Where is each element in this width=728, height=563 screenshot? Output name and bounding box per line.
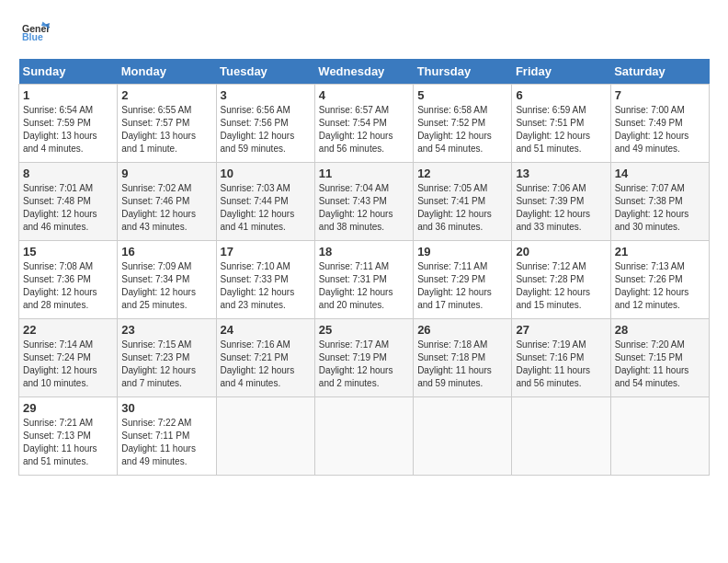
day-number: 26 bbox=[417, 323, 507, 337]
calendar-day-cell: 2Sunrise: 6:55 AMSunset: 7:57 PMDaylight… bbox=[118, 85, 216, 163]
page-header: General Blue bbox=[18, 18, 710, 50]
logo: General Blue bbox=[18, 18, 50, 50]
day-info: Sunrise: 6:59 AMSunset: 7:51 PMDaylight:… bbox=[516, 104, 606, 155]
calendar-day-cell: 12Sunrise: 7:05 AMSunset: 7:41 PMDayligh… bbox=[414, 163, 512, 241]
calendar-day-cell: 9Sunrise: 7:02 AMSunset: 7:46 PMDaylight… bbox=[118, 163, 216, 241]
day-info: Sunrise: 7:07 AMSunset: 7:38 PMDaylight:… bbox=[615, 182, 705, 234]
calendar-week-row: 15Sunrise: 7:08 AMSunset: 7:36 PMDayligh… bbox=[19, 241, 710, 319]
day-number: 18 bbox=[319, 245, 409, 259]
day-number: 9 bbox=[121, 167, 211, 180]
day-info: Sunrise: 7:20 AMSunset: 7:15 PMDaylight:… bbox=[615, 339, 705, 390]
day-number: 4 bbox=[319, 88, 409, 102]
day-info: Sunrise: 6:58 AMSunset: 7:52 PMDaylight:… bbox=[417, 104, 507, 155]
calendar-day-header: Thursday bbox=[414, 59, 512, 85]
calendar-day-cell: 20Sunrise: 7:12 AMSunset: 7:28 PMDayligh… bbox=[512, 241, 610, 319]
calendar-day-header: Sunday bbox=[19, 59, 118, 85]
day-info: Sunrise: 7:18 AMSunset: 7:18 PMDaylight:… bbox=[417, 339, 507, 390]
calendar-day-cell: 21Sunrise: 7:13 AMSunset: 7:26 PMDayligh… bbox=[610, 241, 709, 319]
calendar-header-row: SundayMondayTuesdayWednesdayThursdayFrid… bbox=[19, 59, 710, 85]
calendar-day-cell: 27Sunrise: 7:19 AMSunset: 7:16 PMDayligh… bbox=[512, 319, 610, 397]
calendar-day-cell bbox=[314, 397, 413, 476]
day-info: Sunrise: 7:00 AMSunset: 7:49 PMDaylight:… bbox=[615, 104, 705, 155]
day-number: 10 bbox=[221, 167, 311, 180]
day-info: Sunrise: 7:15 AMSunset: 7:23 PMDaylight:… bbox=[121, 339, 211, 390]
day-info: Sunrise: 7:05 AMSunset: 7:41 PMDaylight:… bbox=[417, 182, 507, 234]
calendar-day-cell: 25Sunrise: 7:17 AMSunset: 7:19 PMDayligh… bbox=[314, 319, 413, 397]
calendar-day-cell: 6Sunrise: 6:59 AMSunset: 7:51 PMDaylight… bbox=[512, 85, 610, 163]
calendar-day-cell: 16Sunrise: 7:09 AMSunset: 7:34 PMDayligh… bbox=[118, 241, 216, 319]
calendar-week-row: 22Sunrise: 7:14 AMSunset: 7:24 PMDayligh… bbox=[19, 319, 710, 397]
calendar-day-cell: 29Sunrise: 7:21 AMSunset: 7:13 PMDayligh… bbox=[19, 397, 118, 476]
calendar-day-header: Friday bbox=[512, 59, 610, 85]
day-number: 23 bbox=[121, 323, 211, 337]
day-info: Sunrise: 7:06 AMSunset: 7:39 PMDaylight:… bbox=[516, 182, 606, 234]
day-number: 3 bbox=[221, 88, 311, 102]
day-number: 8 bbox=[23, 167, 113, 180]
day-number: 25 bbox=[319, 323, 409, 337]
day-info: Sunrise: 7:01 AMSunset: 7:48 PMDaylight:… bbox=[23, 182, 113, 234]
calendar-day-cell: 17Sunrise: 7:10 AMSunset: 7:33 PMDayligh… bbox=[216, 241, 314, 319]
day-number: 7 bbox=[615, 88, 705, 102]
calendar-day-cell: 13Sunrise: 7:06 AMSunset: 7:39 PMDayligh… bbox=[512, 163, 610, 241]
calendar-day-cell: 24Sunrise: 7:16 AMSunset: 7:21 PMDayligh… bbox=[216, 319, 314, 397]
calendar-day-cell bbox=[216, 397, 314, 476]
day-info: Sunrise: 7:11 AMSunset: 7:29 PMDaylight:… bbox=[417, 260, 507, 312]
day-info: Sunrise: 7:04 AMSunset: 7:43 PMDaylight:… bbox=[319, 182, 409, 234]
day-number: 20 bbox=[516, 245, 606, 259]
calendar-day-cell bbox=[610, 397, 709, 476]
day-info: Sunrise: 7:16 AMSunset: 7:21 PMDaylight:… bbox=[221, 339, 311, 390]
calendar-day-cell: 8Sunrise: 7:01 AMSunset: 7:48 PMDaylight… bbox=[19, 163, 118, 241]
day-number: 16 bbox=[121, 245, 211, 259]
day-info: Sunrise: 7:11 AMSunset: 7:31 PMDaylight:… bbox=[319, 260, 409, 312]
day-info: Sunrise: 7:21 AMSunset: 7:13 PMDaylight:… bbox=[23, 417, 113, 468]
calendar-day-header: Wednesday bbox=[314, 59, 413, 85]
calendar-day-cell bbox=[414, 397, 512, 476]
day-number: 19 bbox=[417, 245, 507, 259]
day-number: 27 bbox=[516, 323, 606, 337]
day-number: 29 bbox=[23, 401, 113, 415]
calendar-day-cell: 22Sunrise: 7:14 AMSunset: 7:24 PMDayligh… bbox=[19, 319, 118, 397]
day-info: Sunrise: 7:02 AMSunset: 7:46 PMDaylight:… bbox=[121, 182, 211, 234]
calendar-day-cell: 11Sunrise: 7:04 AMSunset: 7:43 PMDayligh… bbox=[314, 163, 413, 241]
day-number: 22 bbox=[23, 323, 113, 337]
calendar-day-cell: 23Sunrise: 7:15 AMSunset: 7:23 PMDayligh… bbox=[118, 319, 216, 397]
day-number: 2 bbox=[121, 88, 211, 102]
calendar-day-cell: 10Sunrise: 7:03 AMSunset: 7:44 PMDayligh… bbox=[216, 163, 314, 241]
calendar-day-cell: 5Sunrise: 6:58 AMSunset: 7:52 PMDaylight… bbox=[414, 85, 512, 163]
svg-text:Blue: Blue bbox=[22, 31, 43, 42]
calendar-week-row: 8Sunrise: 7:01 AMSunset: 7:48 PMDaylight… bbox=[19, 163, 710, 241]
calendar-week-row: 1Sunrise: 6:54 AMSunset: 7:59 PMDaylight… bbox=[19, 85, 710, 163]
day-number: 13 bbox=[516, 167, 606, 180]
calendar-day-cell: 3Sunrise: 6:56 AMSunset: 7:56 PMDaylight… bbox=[216, 85, 314, 163]
day-number: 6 bbox=[516, 88, 606, 102]
day-info: Sunrise: 6:54 AMSunset: 7:59 PMDaylight:… bbox=[23, 104, 113, 155]
day-number: 15 bbox=[23, 245, 113, 259]
day-number: 1 bbox=[23, 88, 113, 102]
day-info: Sunrise: 6:55 AMSunset: 7:57 PMDaylight:… bbox=[121, 104, 211, 155]
calendar-day-cell: 15Sunrise: 7:08 AMSunset: 7:36 PMDayligh… bbox=[19, 241, 118, 319]
day-info: Sunrise: 7:14 AMSunset: 7:24 PMDaylight:… bbox=[23, 339, 113, 390]
day-info: Sunrise: 7:10 AMSunset: 7:33 PMDaylight:… bbox=[221, 260, 311, 312]
calendar-day-header: Monday bbox=[118, 59, 216, 85]
day-info: Sunrise: 7:08 AMSunset: 7:36 PMDaylight:… bbox=[23, 260, 113, 312]
calendar-day-cell: 26Sunrise: 7:18 AMSunset: 7:18 PMDayligh… bbox=[414, 319, 512, 397]
calendar-day-cell: 4Sunrise: 6:57 AMSunset: 7:54 PMDaylight… bbox=[314, 85, 413, 163]
day-info: Sunrise: 7:19 AMSunset: 7:16 PMDaylight:… bbox=[516, 339, 606, 390]
day-info: Sunrise: 7:13 AMSunset: 7:26 PMDaylight:… bbox=[615, 260, 705, 312]
calendar-day-cell bbox=[512, 397, 610, 476]
calendar-table: SundayMondayTuesdayWednesdayThursdayFrid… bbox=[18, 59, 710, 476]
day-number: 5 bbox=[417, 88, 507, 102]
logo-bird-icon: General Blue bbox=[22, 18, 50, 46]
day-info: Sunrise: 7:03 AMSunset: 7:44 PMDaylight:… bbox=[221, 182, 311, 234]
calendar-day-header: Tuesday bbox=[216, 59, 314, 85]
day-number: 17 bbox=[221, 245, 311, 259]
day-info: Sunrise: 7:17 AMSunset: 7:19 PMDaylight:… bbox=[319, 339, 409, 390]
day-info: Sunrise: 6:56 AMSunset: 7:56 PMDaylight:… bbox=[221, 104, 311, 155]
day-number: 12 bbox=[417, 167, 507, 180]
calendar-day-cell: 30Sunrise: 7:22 AMSunset: 7:11 PMDayligh… bbox=[118, 397, 216, 476]
day-number: 21 bbox=[615, 245, 705, 259]
day-number: 14 bbox=[615, 167, 705, 180]
calendar-day-cell: 7Sunrise: 7:00 AMSunset: 7:49 PMDaylight… bbox=[610, 85, 709, 163]
calendar-week-row: 29Sunrise: 7:21 AMSunset: 7:13 PMDayligh… bbox=[19, 397, 710, 476]
day-info: Sunrise: 6:57 AMSunset: 7:54 PMDaylight:… bbox=[319, 104, 409, 155]
